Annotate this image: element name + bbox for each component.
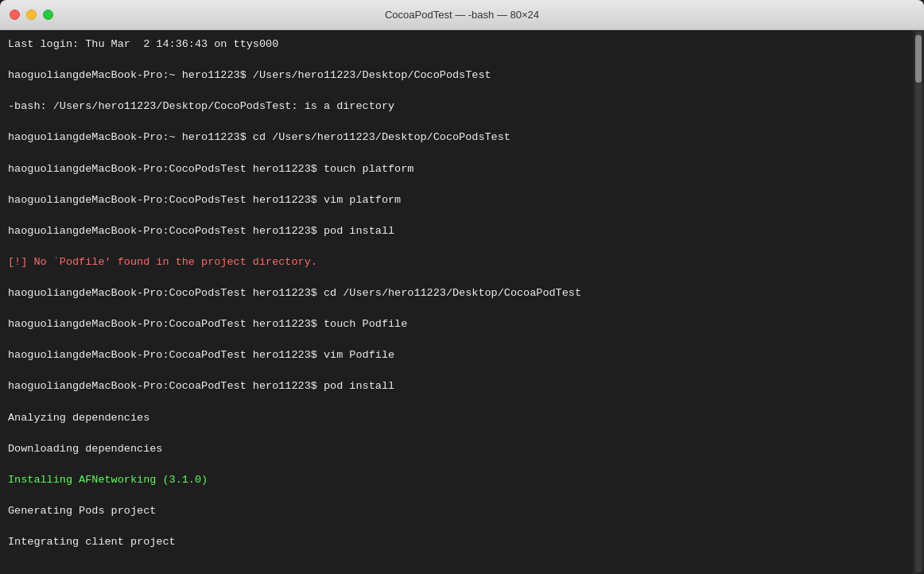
terminal-line: haoguoliangdeMacBook-Pro:CocoaPodTest he…	[8, 316, 905, 332]
terminal-line: haoguoliangdeMacBook-Pro:CocoPodsTest he…	[8, 192, 905, 208]
terminal-body: Last login: Thu Mar 2 14:36:43 on ttys00…	[0, 30, 924, 574]
titlebar: CocoaPodTest — -bash — 80×24	[0, 0, 924, 30]
terminal-line: haoguoliangdeMacBook-Pro:CocoPodsTest he…	[8, 161, 905, 177]
window-title: CocoaPodTest — -bash — 80×24	[385, 9, 539, 21]
scrollbar-track[interactable]	[915, 32, 922, 572]
terminal-line: Generating Pods project	[8, 503, 905, 519]
scrollbar-thumb[interactable]	[915, 35, 922, 83]
terminal-line: haoguoliangdeMacBook-Pro:~ hero11223$ cd…	[8, 130, 905, 145]
terminal-window: CocoaPodTest — -bash — 80×24 Last login:…	[0, 0, 924, 574]
minimize-button[interactable]	[26, 10, 37, 20]
terminal-line: haoguoliangdeMacBook-Pro:CocoaPodTest he…	[8, 378, 905, 394]
terminal-output[interactable]: Last login: Thu Mar 2 14:36:43 on ttys00…	[0, 30, 913, 574]
terminal-line: Downloading dependencies	[8, 441, 905, 457]
terminal-line	[8, 565, 905, 574]
terminal-line: Last login: Thu Mar 2 14:36:43 on ttys00…	[8, 37, 905, 52]
terminal-line: Analyzing dependencies	[8, 410, 905, 426]
terminal-line: -bash: /Users/hero11223/Desktop/CocoPods…	[8, 99, 905, 114]
traffic-lights	[10, 10, 53, 20]
terminal-line: Integrating client project	[8, 534, 905, 550]
terminal-line: haoguoliangdeMacBook-Pro:CocoPodsTest he…	[8, 285, 905, 301]
scrollbar[interactable]	[913, 30, 924, 574]
maximize-button[interactable]	[43, 10, 53, 20]
close-button[interactable]	[10, 10, 20, 20]
terminal-line: haoguoliangdeMacBook-Pro:CocoaPodTest he…	[8, 347, 905, 363]
terminal-line: [!] No `Podfile' found in the project di…	[8, 254, 905, 270]
terminal-line: haoguoliangdeMacBook-Pro:~ hero11223$ /U…	[8, 68, 905, 83]
terminal-line: Installing AFNetworking (3.1.0)	[8, 472, 905, 488]
terminal-line: haoguoliangdeMacBook-Pro:CocoPodsTest he…	[8, 223, 905, 239]
